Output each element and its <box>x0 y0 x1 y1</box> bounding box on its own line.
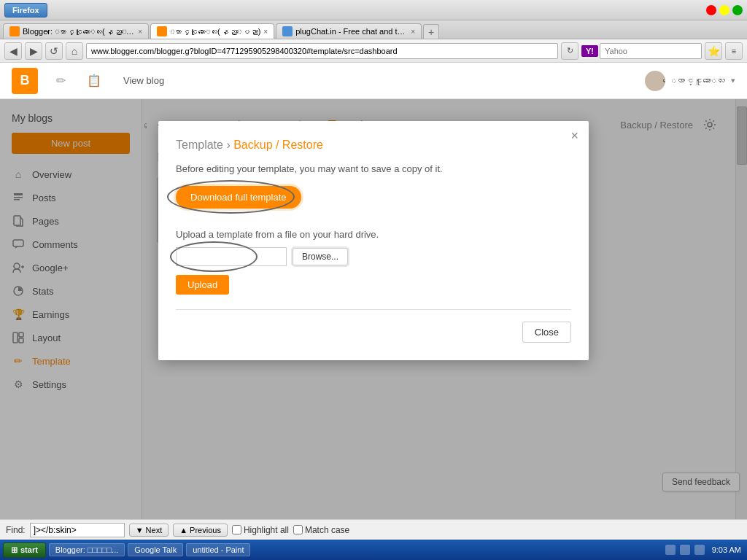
windows-logo: ⊞ <box>11 545 18 555</box>
taskbar-right: 9:03 AM <box>665 545 744 555</box>
browse-wrap: Browse... <box>176 247 348 266</box>
start-label: start <box>20 545 38 554</box>
systray-icon-2 <box>680 545 690 555</box>
taskbar: ⊞ start Blogger: □□□□□... Google Talk un… <box>0 540 747 560</box>
modal-close-button[interactable]: × <box>570 128 578 144</box>
highlight-all-text: Highlight all <box>244 525 289 535</box>
user-dropdown-icon[interactable]: ▾ <box>731 76 735 85</box>
modal-title: Backup / Restore <box>233 139 323 151</box>
window-minimize[interactable] <box>706 5 716 15</box>
highlight-all-checkbox[interactable] <box>232 525 241 534</box>
tab-3-close[interactable]: × <box>411 28 415 36</box>
window-close[interactable] <box>732 5 743 15</box>
search-input[interactable] <box>600 43 702 59</box>
tab-bar: Blogger: ေတာင္ငူသားေလး(နည္းပညာ) - T... ×… <box>0 20 747 39</box>
browser-titlebar: Firefox <box>0 0 747 20</box>
user-name[interactable]: ေတာင္ငူသားေလး <box>671 76 725 86</box>
find-next-arrow: ▼ <box>136 526 144 534</box>
main-wrapper: My blogs New post ⌂ Overview Posts Pages… <box>0 99 747 519</box>
find-next-label: Next <box>146 526 163 534</box>
refresh-button[interactable]: ↻ <box>561 42 578 60</box>
upload-row: Browse... <box>176 247 571 266</box>
modal-overlay: × Template › Backup / Restore Before edi… <box>0 99 747 519</box>
browse-button[interactable]: Browse... <box>293 248 348 265</box>
clock: 9:03 AM <box>709 545 744 554</box>
download-wrap: Download full template <box>176 186 301 223</box>
match-case-label[interactable]: Match case <box>293 525 349 535</box>
back-button[interactable]: ◀ <box>4 42 22 60</box>
tab-2-icon <box>157 26 167 36</box>
find-bar: Find: ▼ Next ▲ Previous Highlight all Ma… <box>0 519 747 540</box>
modal-footer: Close <box>176 309 571 343</box>
find-label: Find: <box>6 525 26 535</box>
bookmark-button[interactable]: ⭐ <box>705 42 722 60</box>
match-case-checkbox[interactable] <box>293 525 303 534</box>
nav-bar: ◀ ▶ ↺ ⌂ ↻ Y! ⭐ ≡ <box>0 39 747 63</box>
yahoo-button[interactable]: Y! <box>581 45 598 57</box>
modal-breadcrumb: Template › Backup / Restore <box>176 139 571 152</box>
upload-button[interactable]: Upload <box>176 275 229 295</box>
modal-prefix: Template <box>176 139 223 151</box>
systray-icon-1 <box>665 545 676 555</box>
close-modal-button[interactable]: Close <box>522 322 571 343</box>
tab-1[interactable]: Blogger: ေတာင္ငူသားေလး(နည္းပညာ) - T... × <box>3 23 149 39</box>
systray-icon-3 <box>694 545 705 555</box>
taskbar-item-blogger[interactable]: Blogger: □□□□□... <box>49 543 125 556</box>
tab-1-icon <box>9 26 20 36</box>
new-tab-button[interactable]: + <box>423 24 439 39</box>
user-avatar <box>645 71 665 91</box>
tab-2[interactable]: ေတာင္ငူသားေလး(နည္းပညာ) × <box>150 23 274 39</box>
tab-2-close[interactable]: × <box>263 28 268 36</box>
find-prev-button[interactable]: ▲ Previous <box>173 524 228 537</box>
blogger-toolbar: B ✏ 📋 View blog ေတာင္ငူသားေလး ▾ <box>0 63 747 99</box>
address-bar[interactable] <box>86 43 558 59</box>
modal-description: Before editing your template, you may wa… <box>176 163 571 174</box>
blogger-logo: B <box>12 68 38 94</box>
upload-section: Upload a template from a file on your ha… <box>176 229 571 295</box>
view-blog-button[interactable]: View blog <box>117 71 171 90</box>
reload-button[interactable]: ↺ <box>45 42 63 60</box>
start-button[interactable]: ⊞ start <box>3 542 46 558</box>
find-prev-arrow: ▲ <box>179 526 187 534</box>
home-button[interactable]: ⌂ <box>66 42 83 60</box>
tab-3[interactable]: plugChat.in - Free chat and tool bar for… <box>276 23 422 39</box>
find-prev-label: Previous <box>190 526 221 534</box>
tab-1-close[interactable]: × <box>138 28 142 36</box>
match-case-text: Match case <box>305 525 349 535</box>
taskbar-item-paint[interactable]: untitled - Paint <box>186 543 250 556</box>
window-maximize[interactable] <box>719 5 729 15</box>
modal-arrow: › <box>226 139 233 151</box>
upload-label: Upload a template from a file on your ha… <box>176 229 571 240</box>
posts-action-button[interactable]: 📋 <box>83 70 105 92</box>
find-input[interactable] <box>30 523 125 537</box>
download-template-button[interactable]: Download full template <box>176 186 301 209</box>
file-input[interactable] <box>176 247 287 266</box>
menu-button[interactable]: ≡ <box>725 42 743 60</box>
edit-action-button[interactable]: ✏ <box>50 70 71 92</box>
forward-button[interactable]: ▶ <box>25 42 42 60</box>
tab-3-icon <box>282 26 293 36</box>
firefox-button[interactable]: Firefox <box>4 3 47 18</box>
highlight-all-label[interactable]: Highlight all <box>232 525 289 535</box>
taskbar-item-gtalk[interactable]: Google Talk <box>128 543 183 556</box>
find-next-button[interactable]: ▼ Next <box>129 524 169 537</box>
backup-restore-modal: × Template › Backup / Restore Before edi… <box>158 121 589 360</box>
